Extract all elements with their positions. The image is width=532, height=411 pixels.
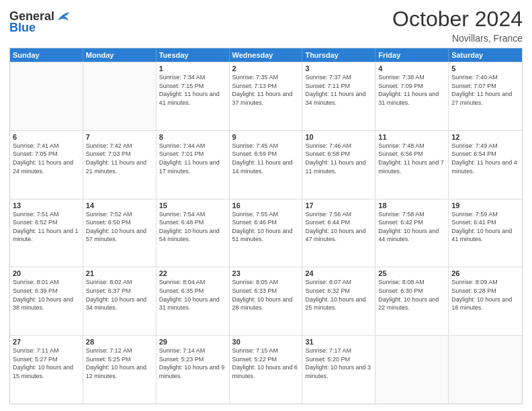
empty-cell [10, 62, 83, 130]
day-info: Sunrise: 8:02 AM Sunset: 6:37 PM Dayligh… [86, 278, 153, 312]
day-info: Sunrise: 7:46 AM Sunset: 6:58 PM Dayligh… [305, 142, 372, 175]
day-info: Sunrise: 7:58 AM Sunset: 6:42 PM Dayligh… [378, 210, 445, 244]
day-info: Sunrise: 8:01 AM Sunset: 6:39 PM Dayligh… [13, 278, 80, 312]
week-row-2: 6Sunrise: 7:41 AM Sunset: 7:05 PM Daylig… [10, 130, 522, 199]
day-number: 13 [13, 201, 80, 210]
day-number: 25 [378, 269, 445, 277]
day-cell-26: 26Sunrise: 8:09 AM Sunset: 6:28 PM Dayli… [449, 267, 522, 335]
day-info: Sunrise: 7:45 AM Sunset: 6:59 PM Dayligh… [232, 142, 300, 175]
weekday-header-saturday: Saturday [449, 48, 522, 62]
week-row-4: 20Sunrise: 8:01 AM Sunset: 6:39 PM Dayli… [10, 267, 522, 335]
day-info: Sunrise: 7:14 AM Sunset: 5:23 PM Dayligh… [159, 347, 226, 380]
day-info: Sunrise: 7:56 AM Sunset: 6:44 PM Dayligh… [305, 210, 372, 244]
day-info: Sunrise: 7:41 AM Sunset: 7:05 PM Dayligh… [13, 142, 80, 175]
day-cell-9: 9Sunrise: 7:45 AM Sunset: 6:59 PM Daylig… [230, 131, 303, 199]
day-number: 3 [305, 64, 372, 73]
day-number: 28 [86, 338, 153, 346]
day-number: 27 [13, 338, 80, 346]
day-info: Sunrise: 7:42 AM Sunset: 7:03 PM Dayligh… [86, 142, 153, 175]
calendar-body: 1Sunrise: 7:34 AM Sunset: 7:15 PM Daylig… [10, 62, 522, 404]
day-cell-21: 21Sunrise: 8:02 AM Sunset: 6:37 PM Dayli… [83, 267, 157, 335]
day-number: 9 [232, 133, 300, 141]
day-cell-16: 16Sunrise: 7:55 AM Sunset: 6:46 PM Dayli… [230, 199, 303, 267]
day-info: Sunrise: 7:44 AM Sunset: 7:01 PM Dayligh… [159, 142, 226, 175]
day-info: Sunrise: 7:35 AM Sunset: 7:13 PM Dayligh… [232, 73, 300, 107]
day-number: 29 [159, 338, 226, 346]
title-block: October 2024 Novillars, France [392, 7, 523, 44]
day-number: 6 [13, 133, 80, 141]
day-cell-10: 10Sunrise: 7:46 AM Sunset: 6:58 PM Dayli… [302, 131, 375, 199]
day-info: Sunrise: 7:49 AM Sunset: 6:54 PM Dayligh… [451, 142, 519, 175]
day-info: Sunrise: 7:34 AM Sunset: 7:15 PM Dayligh… [159, 73, 226, 107]
day-cell-29: 29Sunrise: 7:14 AM Sunset: 5:23 PM Dayli… [157, 336, 230, 404]
day-info: Sunrise: 7:38 AM Sunset: 7:09 PM Dayligh… [378, 73, 445, 107]
day-cell-27: 27Sunrise: 7:11 AM Sunset: 5:27 PM Dayli… [10, 336, 83, 404]
day-info: Sunrise: 7:52 AM Sunset: 6:50 PM Dayligh… [86, 210, 153, 244]
day-cell-15: 15Sunrise: 7:54 AM Sunset: 6:48 PM Dayli… [157, 199, 230, 267]
day-cell-6: 6Sunrise: 7:41 AM Sunset: 7:05 PM Daylig… [10, 131, 83, 199]
day-number: 11 [378, 133, 445, 141]
day-cell-31: 31Sunrise: 7:17 AM Sunset: 5:20 PM Dayli… [302, 336, 375, 404]
day-cell-3: 3Sunrise: 7:37 AM Sunset: 7:11 PM Daylig… [302, 62, 375, 130]
location: Novillars, France [392, 33, 523, 44]
logo: General Blue [9, 9, 71, 35]
day-cell-22: 22Sunrise: 8:04 AM Sunset: 6:35 PM Dayli… [157, 267, 230, 335]
weekday-header-wednesday: Wednesday [230, 48, 303, 62]
day-number: 16 [232, 201, 300, 210]
day-info: Sunrise: 8:07 AM Sunset: 6:32 PM Dayligh… [305, 278, 372, 312]
weekday-header-thursday: Thursday [302, 48, 375, 62]
day-number: 7 [86, 133, 153, 141]
day-cell-28: 28Sunrise: 7:12 AM Sunset: 5:25 PM Dayli… [83, 336, 157, 404]
day-info: Sunrise: 8:05 AM Sunset: 6:33 PM Dayligh… [232, 278, 300, 312]
day-cell-2: 2Sunrise: 7:35 AM Sunset: 7:13 PM Daylig… [230, 62, 303, 130]
day-cell-30: 30Sunrise: 7:15 AM Sunset: 5:22 PM Dayli… [230, 336, 303, 404]
day-cell-13: 13Sunrise: 7:51 AM Sunset: 6:52 PM Dayli… [10, 199, 83, 267]
day-cell-19: 19Sunrise: 7:59 AM Sunset: 6:41 PM Dayli… [449, 199, 522, 267]
day-cell-24: 24Sunrise: 8:07 AM Sunset: 6:32 PM Dayli… [302, 267, 375, 335]
day-number: 30 [232, 338, 300, 346]
day-number: 1 [159, 64, 226, 73]
day-cell-5: 5Sunrise: 7:40 AM Sunset: 7:07 PM Daylig… [449, 62, 522, 130]
day-number: 14 [86, 201, 153, 210]
day-number: 31 [305, 338, 372, 346]
day-cell-4: 4Sunrise: 7:38 AM Sunset: 7:09 PM Daylig… [375, 62, 449, 130]
weekday-header-tuesday: Tuesday [157, 48, 230, 62]
week-row-5: 27Sunrise: 7:11 AM Sunset: 5:27 PM Dayli… [10, 335, 522, 404]
day-number: 24 [305, 269, 372, 277]
day-cell-7: 7Sunrise: 7:42 AM Sunset: 7:03 PM Daylig… [83, 131, 157, 199]
day-number: 12 [451, 133, 519, 141]
week-row-1: 1Sunrise: 7:34 AM Sunset: 7:15 PM Daylig… [10, 62, 522, 130]
day-info: Sunrise: 7:40 AM Sunset: 7:07 PM Dayligh… [451, 73, 519, 107]
day-info: Sunrise: 7:15 AM Sunset: 5:22 PM Dayligh… [232, 347, 300, 380]
day-info: Sunrise: 7:37 AM Sunset: 7:11 PM Dayligh… [305, 73, 372, 107]
week-row-3: 13Sunrise: 7:51 AM Sunset: 6:52 PM Dayli… [10, 199, 522, 267]
day-info: Sunrise: 8:09 AM Sunset: 6:28 PM Dayligh… [451, 278, 519, 312]
day-number: 5 [451, 64, 519, 73]
day-info: Sunrise: 7:11 AM Sunset: 5:27 PM Dayligh… [13, 347, 80, 380]
day-number: 18 [378, 201, 445, 210]
day-number: 22 [159, 269, 226, 277]
day-info: Sunrise: 8:08 AM Sunset: 6:30 PM Dayligh… [378, 278, 445, 312]
day-info: Sunrise: 7:48 AM Sunset: 6:56 PM Dayligh… [378, 142, 445, 175]
day-cell-14: 14Sunrise: 7:52 AM Sunset: 6:50 PM Dayli… [83, 199, 157, 267]
logo-bird-icon [56, 9, 71, 24]
month-title: October 2024 [392, 7, 523, 32]
day-info: Sunrise: 7:12 AM Sunset: 5:25 PM Dayligh… [86, 347, 153, 380]
day-info: Sunrise: 7:17 AM Sunset: 5:20 PM Dayligh… [305, 347, 372, 380]
day-number: 4 [378, 64, 445, 73]
day-cell-17: 17Sunrise: 7:56 AM Sunset: 6:44 PM Dayli… [302, 199, 375, 267]
empty-cell [375, 336, 449, 404]
day-info: Sunrise: 7:51 AM Sunset: 6:52 PM Dayligh… [13, 210, 80, 244]
day-number: 20 [13, 269, 80, 277]
calendar: SundayMondayTuesdayWednesdayThursdayFrid… [9, 48, 523, 404]
header: General Blue October 2024 Novillars, Fra… [9, 7, 523, 44]
day-cell-25: 25Sunrise: 8:08 AM Sunset: 6:30 PM Dayli… [375, 267, 449, 335]
page: General Blue October 2024 Novillars, Fra… [0, 0, 532, 411]
day-number: 2 [232, 64, 300, 73]
day-number: 21 [86, 269, 153, 277]
empty-cell [449, 336, 522, 404]
day-number: 15 [159, 201, 226, 210]
day-number: 8 [159, 133, 226, 141]
empty-cell [83, 62, 157, 130]
day-cell-8: 8Sunrise: 7:44 AM Sunset: 7:01 PM Daylig… [157, 131, 230, 199]
